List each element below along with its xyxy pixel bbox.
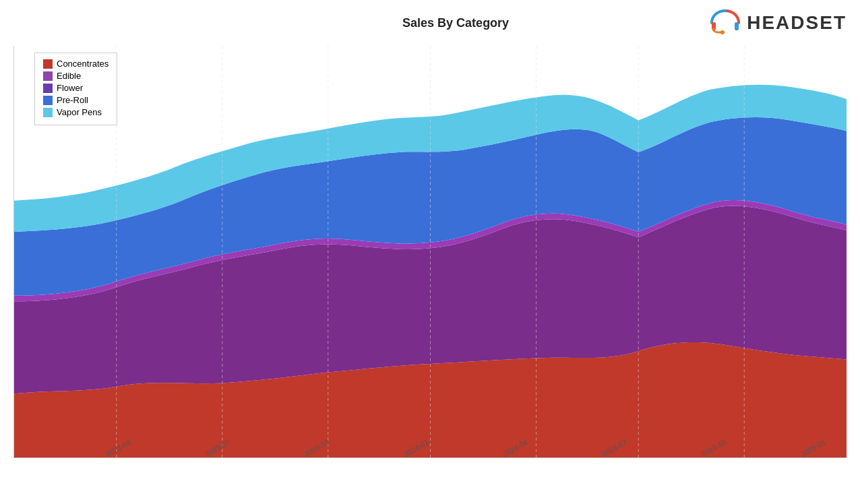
- logo-text: HEADSET: [747, 12, 847, 34]
- header: Sales By Category HEADSET: [0, 0, 860, 39]
- legend-color-vapor-pens: [43, 108, 53, 117]
- legend-label-concentrates: Concentrates: [57, 59, 109, 69]
- legend-label-preroll: Pre-Roll: [57, 95, 88, 105]
- legend: Concentrates Edible Flower Pre-Roll Vapo…: [34, 53, 117, 125]
- legend-item-concentrates: Concentrates: [43, 59, 109, 69]
- legend-label-vapor-pens: Vapor Pens: [57, 107, 102, 117]
- footer-info: Brand: Nugz Date Range: Trailing 24 Mont…: [0, 499, 860, 504]
- chart-svg: [14, 46, 847, 458]
- page: Sales By Category HEADSET: [0, 0, 860, 504]
- legend-label-edible: Edible: [57, 71, 81, 81]
- legend-item-vapor-pens: Vapor Pens: [43, 107, 109, 117]
- chart-area: Concentrates Edible Flower Pre-Roll Vapo…: [13, 46, 847, 458]
- chart-title: Sales By Category: [121, 16, 709, 30]
- legend-color-concentrates: [43, 59, 53, 69]
- legend-color-flower: [43, 84, 53, 93]
- headset-logo-icon: [709, 7, 741, 39]
- legend-color-preroll: [43, 96, 53, 105]
- svg-point-3: [720, 30, 725, 34]
- legend-color-edible: [43, 71, 53, 81]
- legend-item-flower: Flower: [43, 83, 109, 93]
- logo-area: HEADSET: [709, 7, 847, 39]
- svg-rect-2: [735, 22, 739, 30]
- chart-container: Concentrates Edible Flower Pre-Roll Vapo…: [0, 39, 860, 499]
- legend-item-preroll: Pre-Roll: [43, 95, 109, 105]
- legend-label-flower: Flower: [57, 83, 83, 93]
- x-axis-labels: 2023-04 2023-07 2023-10 2024-01 2024-04 …: [13, 449, 847, 460]
- legend-item-edible: Edible: [43, 71, 109, 81]
